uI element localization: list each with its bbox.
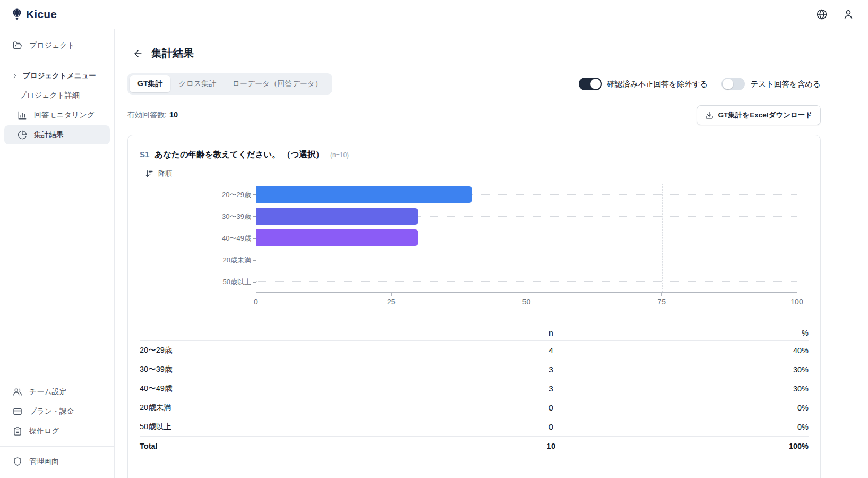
- sidebar-item-operation-log[interactable]: 操作ログ: [4, 422, 110, 441]
- question-code: S1: [140, 150, 149, 159]
- include-test-toggle-row: テスト回答を含める: [721, 78, 821, 90]
- aggregation-tabs: GT集計クロス集計ローデータ（回答データ）: [127, 73, 332, 95]
- sidebar-divider: [0, 446, 114, 447]
- exclude-fraud-toggle[interactable]: [579, 78, 602, 90]
- chevron-right-icon: [11, 72, 19, 80]
- x-axis-tick: [527, 293, 527, 296]
- sidebar-item-response-monitoring[interactable]: 回答モニタリング: [4, 106, 110, 125]
- sidebar-item-admin-screen[interactable]: 管理画面: [4, 452, 110, 471]
- table-cell-label: Total: [140, 442, 508, 450]
- table-cell-pct: 100%: [595, 442, 809, 450]
- chart-row-dotted-line: [256, 281, 797, 282]
- sidebar-item-team-settings[interactable]: チーム設定: [4, 382, 110, 402]
- chart-category-label: 20〜29歳: [140, 184, 256, 206]
- sidebar-item-label: プロジェクト詳細: [19, 91, 80, 100]
- sidebar-item-label: プラン・課金: [29, 407, 74, 416]
- globe-icon: [816, 8, 828, 20]
- table-cell-n: 0: [508, 423, 595, 431]
- language-globe-button[interactable]: [816, 8, 828, 20]
- include-test-toggle[interactable]: [721, 78, 745, 90]
- sort-label: 降順: [158, 169, 172, 178]
- table-row: 20歳未満00%: [140, 398, 809, 417]
- toggle-label: テスト回答を含める: [750, 79, 821, 89]
- exclude-fraud-toggle-row: 確認済み不正回答を除外する: [579, 78, 708, 90]
- table-cell-pct: 30%: [595, 385, 809, 393]
- x-axis-tick: [661, 293, 662, 296]
- sort-descending-icon: [145, 169, 153, 178]
- table-cell-label: 20〜29歳: [140, 345, 508, 355]
- sidebar-item-label: プロジェクト: [29, 41, 75, 50]
- chart-plot-area: [256, 184, 797, 293]
- sidebar-item-label: 操作ログ: [29, 426, 59, 436]
- top-header: Kicue: [0, 0, 868, 29]
- question-n-count: (n=10): [330, 151, 349, 159]
- x-axis-tick: [797, 293, 797, 296]
- table-row: 40〜49歳330%: [140, 379, 809, 398]
- chart-category-label: 20歳未満: [140, 250, 256, 271]
- table-cell-pct: 40%: [595, 346, 809, 355]
- valid-response-label: 有効回答数:: [127, 110, 167, 119]
- chart-gridline: [797, 184, 797, 292]
- chart-bar-row: [256, 227, 797, 249]
- users-icon: [13, 387, 22, 397]
- sidebar-item-label: 回答モニタリング: [34, 110, 94, 120]
- toggle-label: 確認済み不正回答を除外する: [607, 79, 708, 89]
- sidebar-item-aggregation-results[interactable]: 集計結果: [4, 125, 110, 144]
- x-axis-label: 0: [254, 297, 258, 306]
- chart-row-dotted-line: [256, 260, 797, 260]
- toggle-knob: [723, 79, 733, 89]
- clipboard-icon: [13, 426, 22, 436]
- chart-bar[interactable]: [256, 208, 418, 225]
- tab-raw-data[interactable]: ローデータ（回答データ）: [224, 75, 330, 92]
- chart-bar-row: [256, 206, 797, 227]
- logo-text: Kicue: [26, 8, 57, 21]
- tab-cross-aggregation[interactable]: クロス集計: [170, 75, 224, 92]
- sidebar: プロジェクト プロジェクトメニュープロジェクト詳細回答モニタリング集計結果 チー…: [0, 29, 115, 478]
- table-cell-label: 30〜39歳: [140, 364, 508, 374]
- excel-download-button[interactable]: GT集計をExcelダウンロード: [697, 105, 821, 125]
- x-axis-label: 75: [657, 297, 666, 306]
- chart-bar-row: [256, 249, 797, 270]
- x-axis-label: 50: [522, 297, 531, 306]
- main-content: 集計結果 GT集計クロス集計ローデータ（回答データ） 確認済み不正回答を除外する…: [115, 29, 868, 478]
- chart-x-axis: 0255075100: [256, 293, 797, 307]
- user-menu-button[interactable]: [843, 8, 854, 20]
- sidebar-item-label: チーム設定: [29, 387, 67, 397]
- sidebar-divider: [0, 377, 114, 377]
- table-cell-n: 4: [508, 346, 595, 355]
- question-header: S1 あなたの年齢を教えてください。 （つ選択） (n=10): [140, 149, 809, 160]
- app-logo[interactable]: Kicue: [11, 8, 57, 21]
- chart-bar[interactable]: [256, 229, 418, 246]
- sidebar-item-label: 集計結果: [34, 130, 64, 140]
- pie-chart-icon: [18, 130, 27, 140]
- sidebar-item-project-details[interactable]: プロジェクト詳細: [4, 86, 110, 105]
- back-button[interactable]: [133, 48, 143, 59]
- table-cell-n: 10: [508, 442, 595, 450]
- question-text: あなたの年齢を教えてください。 （つ選択）: [154, 149, 324, 160]
- table-cell-pct: 0%: [595, 423, 809, 431]
- sidebar-project-menu-header[interactable]: プロジェクトメニュー: [4, 66, 110, 86]
- topbar-actions: [816, 8, 854, 20]
- bar-chart-icon: [18, 110, 27, 120]
- valid-response-count: 有効回答数:10: [127, 110, 178, 120]
- bar-chart: 20〜29歳30〜39歳40〜49歳20歳未満50歳以上 0255075100: [140, 184, 809, 307]
- chart-category-label: 50歳以上: [140, 271, 256, 293]
- table-row: 50歳以上00%: [140, 417, 809, 437]
- table-cell-n: 3: [508, 385, 595, 393]
- user-icon: [843, 8, 854, 20]
- sidebar-item-plan-billing[interactable]: プラン・課金: [4, 402, 110, 421]
- sidebar-divider: [0, 61, 114, 61]
- sidebar-item-label: 管理画面: [29, 457, 59, 466]
- table-cell-label: 40〜49歳: [140, 383, 508, 394]
- tab-gt-aggregation[interactable]: GT集計: [130, 75, 170, 92]
- x-axis-label: 25: [387, 297, 396, 306]
- x-axis-label: 100: [790, 297, 803, 306]
- table-cell-pct: 30%: [595, 365, 809, 374]
- chart-bar[interactable]: [256, 186, 472, 203]
- chart-category-label: 40〜49歳: [140, 227, 256, 249]
- sort-control[interactable]: 降順: [145, 169, 809, 178]
- table-cell-n: 3: [508, 365, 595, 374]
- sidebar-item-projects[interactable]: プロジェクト: [4, 36, 110, 55]
- question-result-card: S1 あなたの年齢を教えてください。 （つ選択） (n=10) 降順 20〜29…: [127, 135, 821, 478]
- table-row: 20〜29歳440%: [140, 341, 809, 360]
